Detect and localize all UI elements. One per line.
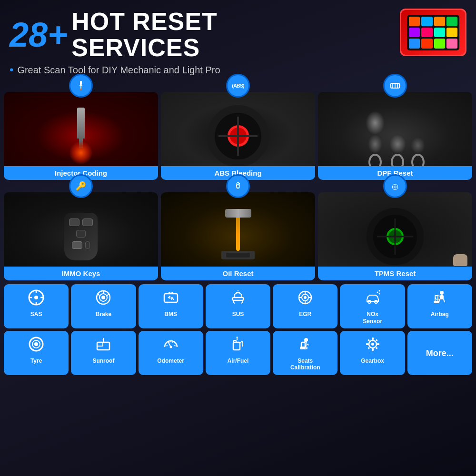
brake-label: Brake bbox=[96, 311, 111, 317]
bms-tile[interactable]: BMS bbox=[139, 284, 203, 328]
dpf-reset-card[interactable]: DPF Reset bbox=[318, 82, 472, 180]
seats-tile[interactable]: Seats Calibration bbox=[273, 331, 337, 375]
tpms-top-icon: ◎ bbox=[383, 174, 407, 198]
svg-line-20 bbox=[107, 294, 109, 296]
title-line2: SERVICES bbox=[71, 35, 218, 61]
svg-rect-68 bbox=[372, 348, 374, 351]
app-3 bbox=[434, 17, 445, 26]
sus-label: SUS bbox=[232, 311, 244, 317]
app-7 bbox=[434, 28, 445, 37]
bms-icon bbox=[162, 289, 179, 308]
injector-top-icon bbox=[69, 74, 93, 98]
svg-line-52 bbox=[166, 345, 168, 346]
dpf-top-icon bbox=[383, 74, 407, 98]
airbag-tile[interactable]: Airbag bbox=[407, 284, 472, 328]
app-4 bbox=[446, 17, 457, 26]
oil-card[interactable]: Oil Reset bbox=[161, 192, 315, 280]
svg-point-41 bbox=[378, 290, 380, 292]
subtitle-text: Great Scan Tool for DIY Mechanic and Lig… bbox=[17, 65, 220, 76]
svg-point-3 bbox=[80, 89, 82, 90]
subtitle: • Great Scan Tool for DIY Mechanic and L… bbox=[10, 63, 395, 77]
odometer-label: Odometer bbox=[157, 357, 184, 364]
tpms-reset-card[interactable]: ◎ TPMS Reset bbox=[318, 183, 472, 280]
gearbox-tile[interactable]: Gearbox bbox=[340, 331, 405, 375]
hot-reset-text: HOT RESET SERVICES bbox=[71, 9, 218, 60]
icon-grid-row1: SAS Brake bbox=[4, 284, 472, 328]
svg-point-42 bbox=[440, 291, 444, 295]
egr-tile[interactable]: EGR bbox=[273, 284, 337, 328]
tpms-label: TPMS Reset bbox=[318, 267, 472, 280]
nox-label: NOx Sensor bbox=[363, 311, 382, 325]
dpf-card[interactable]: DPF Reset bbox=[318, 92, 472, 180]
subtitle-dot: • bbox=[10, 63, 13, 77]
immo-card[interactable]: IMMO Keys bbox=[4, 192, 158, 280]
svg-line-21 bbox=[98, 294, 99, 296]
svg-point-66 bbox=[371, 343, 374, 346]
svg-point-58 bbox=[169, 346, 172, 348]
device-screen bbox=[407, 15, 459, 50]
app-11 bbox=[434, 39, 445, 48]
number-28: 28+ bbox=[10, 18, 68, 52]
airfuel-icon bbox=[229, 336, 247, 355]
app-1 bbox=[409, 17, 420, 26]
oil-label: Oil Reset bbox=[161, 267, 315, 280]
abs-bleeding-card[interactable]: (ABS) ABS Bleeding bbox=[161, 82, 315, 180]
header-left: 28+ HOT RESET SERVICES • Great Scan Tool… bbox=[10, 9, 395, 77]
gearbox-label: Gearbox bbox=[361, 357, 384, 364]
svg-point-39 bbox=[378, 293, 380, 295]
sunroof-tile[interactable]: Sunroof bbox=[71, 331, 136, 375]
svg-rect-29 bbox=[232, 298, 244, 300]
app-2 bbox=[421, 17, 432, 26]
nox-icon bbox=[364, 289, 381, 308]
svg-rect-2 bbox=[80, 86, 81, 89]
tpms-card[interactable]: TPMS Reset bbox=[318, 192, 472, 280]
icon-grid-section: SAS Brake bbox=[0, 280, 476, 375]
brake-tile[interactable]: Brake bbox=[71, 284, 136, 328]
tyre-icon bbox=[28, 336, 45, 355]
sas-label: SAS bbox=[30, 311, 42, 317]
oil-top-icon: 🛢 bbox=[226, 174, 250, 198]
brake-icon bbox=[95, 289, 112, 308]
seats-label: Seats Calibration bbox=[290, 357, 320, 371]
seats-icon bbox=[297, 336, 314, 355]
airfuel-tile[interactable]: Air/Fuel bbox=[206, 331, 270, 375]
airfuel-label: Air/Fuel bbox=[228, 357, 249, 364]
immo-top-icon: 🔑 bbox=[69, 174, 93, 198]
header: 28+ HOT RESET SERVICES • Great Scan Tool… bbox=[0, 0, 476, 80]
abs-top-icon: (ABS) bbox=[226, 74, 250, 98]
svg-point-32 bbox=[304, 296, 307, 299]
immo-keys-card[interactable]: 🔑 bbox=[4, 183, 158, 280]
svg-point-11 bbox=[34, 296, 38, 299]
app-8 bbox=[446, 28, 457, 37]
svg-rect-1 bbox=[79, 85, 82, 86]
app-12 bbox=[446, 39, 457, 48]
svg-rect-24 bbox=[171, 292, 173, 294]
svg-point-40 bbox=[377, 292, 378, 293]
sunroof-label: Sunroof bbox=[92, 357, 114, 364]
service-grid: Injector Coding (ABS) bbox=[0, 82, 476, 280]
injector-coding-card[interactable]: Injector Coding bbox=[4, 82, 158, 180]
svg-rect-69 bbox=[366, 343, 368, 345]
svg-rect-22 bbox=[164, 294, 178, 302]
nox-tile[interactable]: NOx Sensor bbox=[340, 284, 405, 328]
egr-icon bbox=[297, 289, 314, 308]
svg-rect-67 bbox=[372, 337, 374, 340]
app-5 bbox=[409, 28, 420, 37]
svg-line-55 bbox=[172, 342, 173, 343]
svg-line-54 bbox=[174, 345, 176, 346]
device-image bbox=[400, 9, 466, 56]
app-9 bbox=[409, 39, 420, 48]
abs-card[interactable]: ABS Bleeding bbox=[161, 92, 315, 180]
bms-label: BMS bbox=[164, 311, 177, 317]
svg-point-64 bbox=[304, 338, 308, 342]
icon-grid-row2: Tyre Sunroof bbox=[4, 331, 472, 375]
sas-tile[interactable]: SAS bbox=[4, 284, 69, 328]
more-tile[interactable]: More... bbox=[407, 331, 472, 375]
injector-card[interactable]: Injector Coding bbox=[4, 92, 158, 180]
oil-reset-card[interactable]: 🛢 Oil Reset bbox=[161, 183, 315, 280]
odometer-tile[interactable]: Odometer bbox=[139, 331, 203, 375]
sus-tile[interactable]: SUS bbox=[206, 284, 270, 328]
more-label: More... bbox=[426, 348, 454, 359]
tyre-tile[interactable]: Tyre bbox=[4, 331, 69, 375]
title-line1: HOT RESET bbox=[71, 9, 218, 35]
